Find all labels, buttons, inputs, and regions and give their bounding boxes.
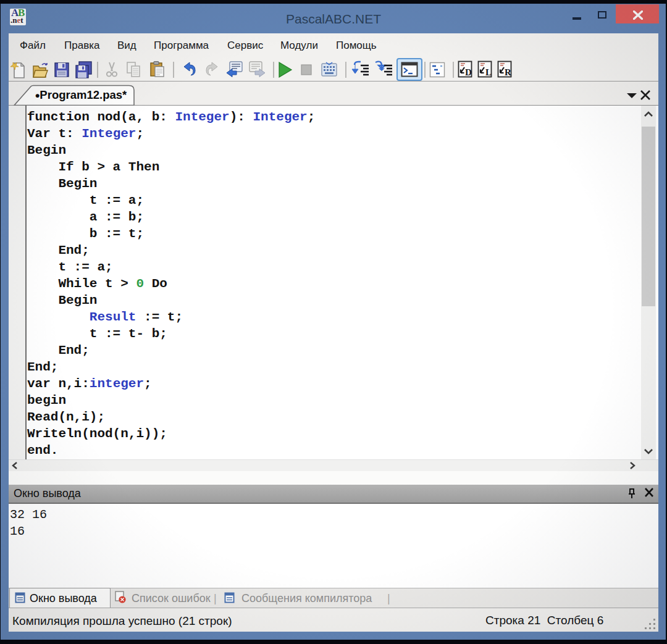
svg-text:R: R — [505, 67, 511, 77]
svg-text:D: D — [465, 67, 472, 77]
svg-text:L: L — [485, 67, 492, 77]
